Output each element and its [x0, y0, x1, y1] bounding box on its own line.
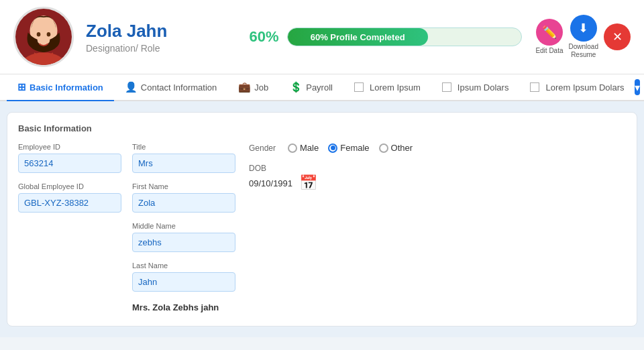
edit-data-label: Edit Data: [535, 47, 563, 55]
download-resume-button[interactable]: ⬇ DownloadResume: [569, 15, 598, 59]
middle-name-group: Middle Name zebhs: [132, 222, 235, 252]
tab-job-label: Job: [254, 82, 268, 93]
gender-other-label: Other: [391, 143, 413, 153]
gender-row: Gender Male Female Other: [249, 143, 626, 153]
gender-other-radio[interactable]: [379, 143, 388, 153]
title-input[interactable]: Mrs: [132, 154, 235, 173]
header-actions: ✏️ Edit Data ⬇ DownloadResume ✕: [535, 15, 631, 59]
job-tab-icon: 💼: [238, 81, 251, 93]
tab-lorem-ipsum-dolars[interactable]: Lorem Ipsum Dolars: [519, 76, 635, 101]
tab-lorem-ipsum-dolars-label: Lorem Ipsum Dolars: [545, 82, 624, 93]
title-group: Title Mrs: [132, 143, 235, 173]
employee-role: Designation/ Role: [86, 43, 222, 54]
employee-id-group: Employee ID 563214: [18, 143, 121, 173]
tab-lorem-ipsum-label: Lorem Ipsum: [370, 82, 421, 93]
ipsum-dolars-checkbox[interactable]: [442, 82, 451, 92]
calendar-icon[interactable]: 📅: [299, 174, 317, 192]
tab-contact-information[interactable]: 👤 Contact Information: [114, 74, 227, 101]
full-name-display: Mrs. Zola Zebhs jahn: [132, 302, 235, 312]
basic-info-tab-icon: ⊞: [17, 81, 26, 93]
middle-column: Title Mrs First Name Zola Middle Name ze…: [132, 143, 246, 312]
content-area: Basic Information Employee ID 563214 Glo…: [0, 101, 644, 337]
download-resume-label: DownloadResume: [569, 43, 598, 59]
gender-female-option[interactable]: Female: [328, 143, 369, 153]
svg-point-5: [37, 32, 41, 37]
employee-id-value: 563214: [18, 154, 121, 173]
edit-icon: ✏️: [536, 19, 563, 46]
tab-job[interactable]: 💼 Job: [227, 74, 279, 101]
dob-label: DOB: [249, 164, 626, 173]
contact-info-tab-icon: 👤: [125, 81, 138, 93]
lorem-ipsum-checkbox[interactable]: [354, 82, 364, 92]
svg-point-4: [38, 35, 50, 45]
basic-info-inner: Employee ID 563214 Global Employee ID GB…: [18, 143, 626, 312]
tab-basic-information-label: Basic Information: [30, 82, 103, 93]
first-name-label: First Name: [132, 182, 235, 190]
first-name-input[interactable]: Zola: [132, 193, 235, 213]
avatar: [13, 7, 74, 67]
tabs-bar: ⊞ Basic Information 👤 Contact Informatio…: [0, 74, 644, 101]
left-column: Employee ID 563214 Global Employee ID GB…: [18, 143, 132, 312]
tab-payroll[interactable]: 💲 Payroll: [279, 74, 343, 101]
gender-male-label: Male: [300, 143, 319, 153]
first-name-group: First Name Zola: [132, 182, 235, 213]
middle-name-input[interactable]: zebhs: [132, 233, 235, 252]
gender-female-label: Female: [340, 143, 369, 153]
gender-female-radio[interactable]: [328, 143, 337, 153]
global-employee-id-label: Global Employee ID: [18, 182, 121, 190]
payroll-tab-icon: 💲: [290, 81, 303, 93]
title-label: Title: [132, 143, 235, 151]
gender-male-option[interactable]: Male: [288, 143, 319, 153]
progress-bar-wrapper: 60% Profile Completed: [287, 27, 523, 46]
svg-point-6: [47, 32, 51, 37]
progress-percent: 60%: [249, 28, 278, 46]
progress-bar-fill: 60% Profile Completed: [288, 28, 428, 46]
last-name-input[interactable]: Jahn: [132, 272, 235, 292]
employee-id-label: Employee ID: [18, 143, 121, 151]
close-icon: ✕: [604, 23, 631, 50]
last-name-label: Last Name: [132, 261, 235, 270]
global-employee-id-value: GBL-XYZ-38382: [18, 193, 121, 213]
tabs-expand-button[interactable]: ▾: [635, 79, 640, 95]
gender-male-radio[interactable]: [288, 143, 297, 153]
dob-row: 09/10/1991 📅: [249, 174, 626, 192]
tab-ipsum-dolars-label: Ipsum Dolars: [458, 82, 509, 93]
gender-label: Gender: [249, 143, 276, 153]
tab-payroll-label: Payroll: [306, 82, 333, 93]
last-name-group: Last Name Jahn: [132, 261, 235, 292]
tab-basic-information[interactable]: ⊞ Basic Information: [7, 74, 114, 101]
dob-group: DOB 09/10/1991 📅: [249, 164, 626, 192]
header-section: Zola Jahn Designation/ Role 60% 60% Prof…: [0, 0, 644, 74]
edit-data-button[interactable]: ✏️ Edit Data: [535, 19, 563, 55]
middle-name-label: Middle Name: [132, 222, 235, 230]
basic-info-card: Basic Information Employee ID 563214 Glo…: [7, 112, 637, 327]
progress-bar-label: 60% Profile Completed: [311, 32, 405, 42]
dob-value: 09/10/1991: [249, 178, 292, 188]
tab-lorem-ipsum[interactable]: Lorem Ipsum: [343, 76, 431, 101]
tab-contact-information-label: Contact Information: [141, 82, 217, 93]
download-icon: ⬇: [570, 15, 597, 42]
gender-other-option[interactable]: Other: [379, 143, 413, 153]
global-employee-id-group: Global Employee ID GBL-XYZ-38382: [18, 182, 121, 213]
section-title: Basic Information: [18, 123, 626, 133]
employee-name: Zola Jahn: [86, 21, 222, 42]
close-button[interactable]: ✕: [604, 23, 631, 50]
progress-section: 60% 60% Profile Completed: [249, 27, 522, 46]
lorem-ipsum-dolars-checkbox[interactable]: [530, 82, 539, 92]
tab-ipsum-dolars[interactable]: Ipsum Dolars: [431, 76, 520, 101]
right-column: Gender Male Female Other DOB: [246, 143, 626, 312]
header-info: Zola Jahn Designation/ Role: [86, 21, 222, 54]
